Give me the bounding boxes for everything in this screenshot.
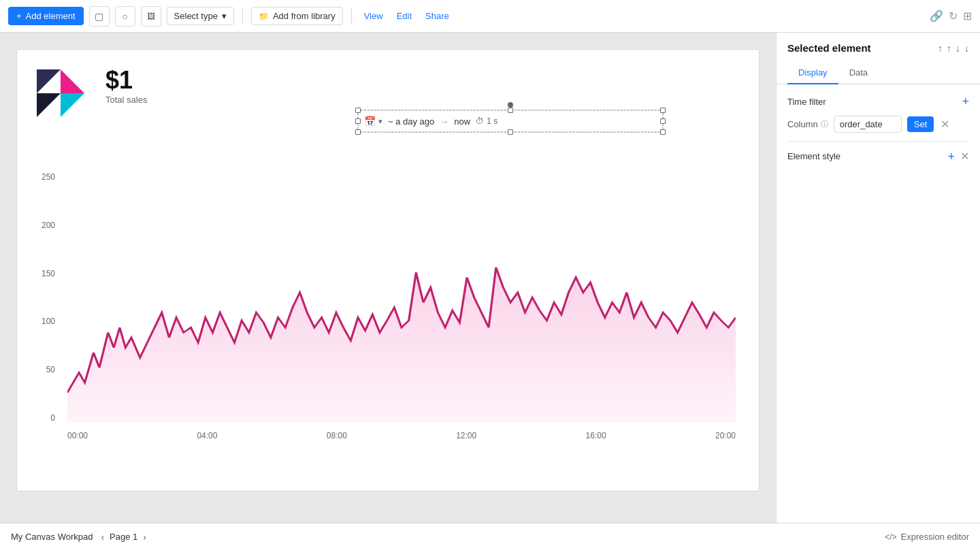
resize-handle-ml[interactable] (355, 118, 361, 124)
chart-area-fill (67, 268, 736, 423)
page-next-button[interactable]: › (140, 530, 149, 544)
time-arrow-icon: → (440, 116, 448, 127)
time-filter-section-header: Time filter + (787, 95, 969, 108)
y-label-100: 100 (42, 317, 55, 326)
resize-handle-br[interactable] (660, 129, 666, 135)
panel-body: Time filter + Column ⓘ Set ✕ Element sty… (777, 84, 980, 523)
square-icon: ▢ (95, 11, 103, 22)
refresh-interval-label: 1 s (487, 116, 497, 126)
resize-handle-bl[interactable] (355, 129, 361, 135)
panel-header: Selected element ↑ ↑ ↓ ↓ Display Data (777, 33, 980, 84)
panel-tabs: Display Data (787, 62, 969, 84)
element-style-add-button[interactable]: + (947, 150, 955, 163)
move-up-icon[interactable]: ↑ (938, 43, 943, 54)
expression-editor-label: Expression editor (901, 532, 969, 542)
bottom-bar: My Canvas Workpad ‹ Page 1 › </> Express… (0, 523, 980, 550)
chart-y-axis: 250 200 150 100 50 0 (33, 172, 61, 423)
chart-x-axis: 00:00 04:00 08:00 12:00 16:00 20:00 (67, 425, 736, 450)
panel-title: Selected element (787, 42, 871, 54)
tab-data-label: Data (849, 67, 868, 78)
workpad-name: My Canvas Workpad (11, 532, 93, 542)
folder-icon: 📁 (259, 12, 269, 21)
chevron-left-icon: ‹ (101, 532, 104, 543)
grid-icon[interactable]: ⊞ (963, 10, 972, 22)
resize-handle-tr[interactable] (660, 108, 666, 113)
toolbar-divider-1 (242, 8, 243, 25)
column-label-text: Column (787, 119, 818, 129)
tab-display[interactable]: Display (787, 62, 838, 84)
toolbar: + Add element ▢ ○ 🖼 Select type ▾ 📁 Add … (0, 0, 980, 33)
remove-column-button[interactable]: ✕ (939, 116, 951, 132)
move-down-icon[interactable]: ↓ (956, 43, 960, 54)
column-label: Column ⓘ (787, 119, 828, 129)
select-square-button[interactable]: ▢ (89, 6, 110, 27)
canvas-area[interactable]: $1 Total sales 📅 ▾ ~ a day ago → (0, 33, 776, 523)
view-label: View (364, 11, 383, 21)
resize-handle-mr[interactable] (660, 118, 666, 124)
svg-marker-0 (61, 69, 84, 93)
column-field-row: Column ⓘ Set ✕ (787, 116, 969, 133)
set-label: Set (914, 119, 928, 129)
toolbar-right-icons: 🔗 ↻ ⊞ (930, 10, 972, 22)
edit-button[interactable]: Edit (393, 8, 416, 24)
view-button[interactable]: View (360, 8, 387, 24)
image-icon: 🖼 (147, 12, 155, 21)
edit-label: Edit (397, 11, 412, 21)
select-image-button[interactable]: 🖼 (141, 6, 161, 27)
select-type-button[interactable]: Select type ▾ (167, 7, 234, 25)
column-input[interactable] (834, 116, 902, 133)
tab-data[interactable]: Data (838, 62, 879, 84)
tab-display-label: Display (798, 67, 828, 78)
chevron-down-icon: ▾ (222, 11, 227, 21)
time-from-label: ~ a day ago (388, 116, 434, 127)
page-label: Page 1 (110, 532, 137, 542)
metric-card: $1 Total sales (105, 66, 147, 105)
time-filter-section-title: Time filter (787, 97, 826, 107)
time-filter-refresh: ⏱ 1 s (476, 116, 497, 126)
resize-handle-tl[interactable] (355, 108, 361, 113)
x-label-2000: 20:00 (715, 431, 736, 440)
circle-icon: ○ (122, 11, 127, 22)
page-nav: ‹ Page 1 › (98, 530, 149, 544)
add-from-library-button[interactable]: 📁 Add from library (251, 7, 343, 25)
y-label-200: 200 (42, 221, 55, 230)
svg-marker-2 (61, 93, 84, 117)
x-label-1200: 12:00 (456, 431, 476, 440)
toolbar-divider-2 (351, 8, 352, 25)
link-icon[interactable]: 🔗 (930, 10, 943, 22)
select-circle-button[interactable]: ○ (115, 6, 135, 27)
metric-label: Total sales (105, 95, 147, 105)
section-divider (787, 141, 969, 142)
calendar-icon: 📅 (364, 116, 376, 127)
chart-area: 250 200 150 100 50 0 (33, 172, 742, 450)
y-label-150: 150 (42, 269, 55, 278)
time-to-label: now (454, 116, 470, 127)
main-content: $1 Total sales 📅 ▾ ~ a day ago → (0, 33, 980, 523)
chart-plot (67, 172, 736, 423)
resize-handle-tc[interactable] (508, 108, 513, 113)
y-label-250: 250 (42, 172, 55, 182)
move-down2-icon[interactable]: ↓ (964, 43, 969, 54)
move-up2-icon[interactable]: ↑ (947, 43, 951, 54)
resize-handle-top-center[interactable] (508, 102, 513, 108)
expression-editor-button[interactable]: </> Expression editor (885, 532, 969, 542)
x-label-1600: 16:00 (586, 431, 606, 440)
time-filter-add-button[interactable]: + (962, 95, 969, 108)
resize-handle-bc[interactable] (508, 129, 513, 135)
add-element-button[interactable]: + Add element (8, 7, 84, 25)
set-button[interactable]: Set (907, 116, 934, 132)
chevron-right-icon: › (143, 532, 146, 543)
x-label-0000: 00:00 (67, 431, 88, 440)
element-style-close-button[interactable]: ✕ (960, 150, 969, 163)
x-label-0800: 08:00 (327, 431, 347, 440)
chart-svg (67, 172, 736, 423)
svg-marker-1 (37, 93, 61, 117)
refresh-icon[interactable]: ↻ (949, 10, 958, 22)
column-info-icon[interactable]: ⓘ (821, 119, 828, 129)
share-label: Share (425, 11, 449, 21)
time-filter-element[interactable]: 📅 ▾ ~ a day ago → now ⏱ 1 s (357, 110, 664, 133)
y-label-50: 50 (46, 365, 55, 374)
page-prev-button[interactable]: ‹ (98, 530, 107, 544)
canvas-board: $1 Total sales 📅 ▾ ~ a day ago → (16, 49, 760, 491)
share-button[interactable]: Share (421, 8, 453, 24)
